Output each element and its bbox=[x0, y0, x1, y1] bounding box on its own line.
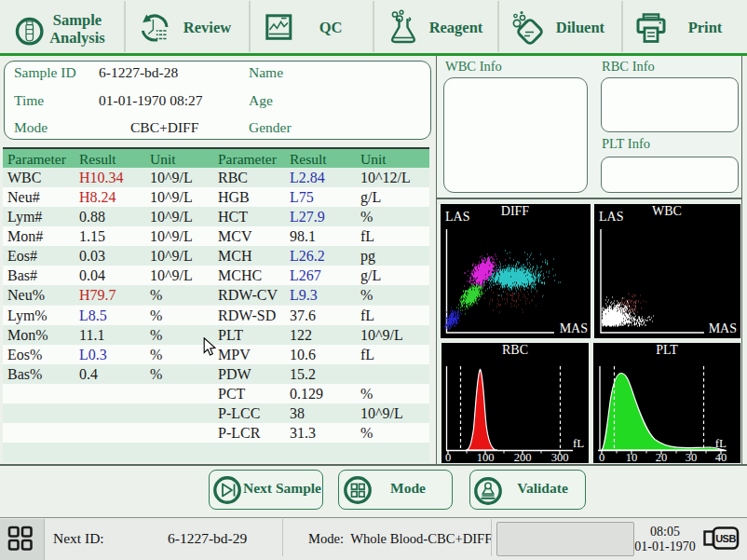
svg-text:0: 0 bbox=[599, 451, 604, 463]
svg-text:LAS: LAS bbox=[445, 210, 469, 224]
svg-text:0: 0 bbox=[445, 451, 451, 463]
svg-text:fL: fL bbox=[715, 436, 727, 450]
svg-text:fL: fL bbox=[573, 436, 584, 450]
svg-text:DIFF: DIFF bbox=[501, 204, 530, 218]
svg-text:30: 30 bbox=[686, 451, 698, 463]
svg-text:100: 100 bbox=[477, 451, 495, 463]
svg-text:40: 40 bbox=[715, 451, 727, 463]
svg-text:PLT: PLT bbox=[656, 343, 678, 357]
svg-text:20: 20 bbox=[656, 451, 668, 463]
svg-text:MAS: MAS bbox=[560, 321, 588, 335]
svg-text:300: 300 bbox=[551, 451, 569, 463]
svg-text:MAS: MAS bbox=[709, 321, 737, 335]
svg-text:10: 10 bbox=[626, 451, 638, 463]
svg-text:200: 200 bbox=[514, 451, 532, 463]
svg-text:LAS: LAS bbox=[599, 210, 623, 224]
svg-text:USB: USB bbox=[715, 533, 736, 544]
svg-text:RBC: RBC bbox=[502, 343, 528, 357]
svg-text:WBC: WBC bbox=[652, 204, 682, 218]
